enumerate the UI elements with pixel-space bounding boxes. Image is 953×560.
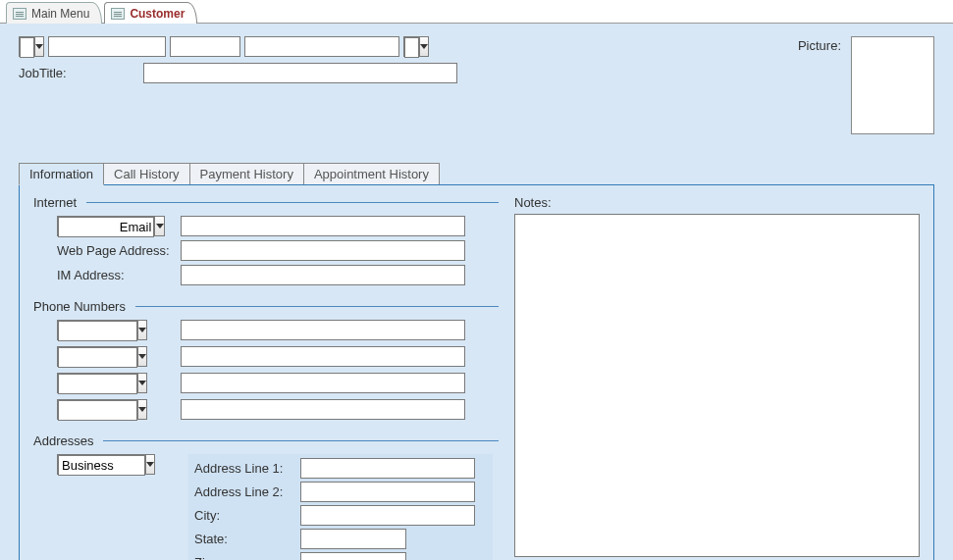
notes-textarea[interactable] [514,214,920,557]
tab-label: Appointment History [314,167,429,181]
phone-type-dropdown-button[interactable] [137,374,146,392]
email-type-dropdown-button[interactable] [154,217,164,235]
document-tab-strip: Main Menu Customer [0,0,953,24]
address-type-dropdown-button[interactable] [145,455,154,474]
job-title-input[interactable] [143,63,457,83]
doc-tab-label: Main Menu [31,7,89,21]
info-right-column: Notes: [508,185,933,560]
state-label: State: [194,532,300,546]
phone-value-input-4[interactable] [181,399,465,420]
address-line2-input[interactable] [300,482,475,502]
tab-page-information: Internet Web Page Address: [19,184,934,560]
suffix-combo[interactable] [403,36,429,57]
header-row: JobTitle: Picture: [19,36,934,134]
email-type-combo[interactable] [57,216,165,236]
chevron-down-icon [35,44,43,49]
tab-label: Call History [114,167,179,181]
form-icon [111,8,125,20]
im-address-input[interactable] [181,265,465,285]
chevron-down-icon [138,354,146,359]
divider [86,202,499,203]
chevron-down-icon [420,44,428,49]
city-label: City: [194,508,300,523]
form-icon [13,8,26,20]
phone-value-input-2[interactable] [181,346,465,367]
suffix-input[interactable] [404,37,419,58]
phone-row [33,399,499,420]
phone-row [33,346,499,367]
phone-type-combo-3[interactable] [57,373,147,393]
internet-group-header: Internet [33,195,499,210]
phone-row [33,373,499,393]
im-address-label: IM Address: [33,268,181,282]
web-page-label: Web Page Address: [33,243,181,258]
last-name-input[interactable] [244,36,399,57]
chevron-down-icon [156,224,164,229]
email-type-input[interactable] [58,217,154,237]
detail-tab-strip: Information Call History Payment History… [19,162,934,184]
info-left-column: Internet Web Page Address: [20,185,508,560]
phone-type-input[interactable] [58,321,137,341]
chevron-down-icon [146,462,154,467]
city-input[interactable] [300,505,475,526]
suffix-dropdown-button[interactable] [419,37,428,56]
address-group-header: Addresses [33,433,499,448]
prefix-combo[interactable] [19,36,44,57]
chevron-down-icon [138,407,146,412]
phone-type-combo-1[interactable] [57,320,147,340]
internet-heading: Internet [33,195,77,210]
tab-call-history[interactable]: Call History [104,163,189,185]
phone-group-header: Phone Numbers [33,299,499,314]
tab-payment-history[interactable]: Payment History [190,163,304,185]
phone-type-input[interactable] [58,347,137,368]
phone-type-dropdown-button[interactable] [137,321,146,339]
phone-row [33,320,499,340]
address-detail-block: Address Line 1: Address Line 2: City: [188,454,493,560]
prefix-input[interactable] [20,37,34,58]
phone-heading: Phone Numbers [33,299,126,314]
phone-value-input-1[interactable] [181,320,465,340]
picture-box[interactable] [851,36,934,134]
prefix-dropdown-button[interactable] [34,37,43,56]
doc-tab-label: Customer [130,7,185,21]
divider [103,440,499,441]
phone-value-input-3[interactable] [181,373,465,393]
chevron-down-icon [138,328,146,332]
address-type-combo[interactable] [57,454,155,475]
doc-tab-main-menu[interactable]: Main Menu [6,2,102,24]
phone-type-input[interactable] [58,374,137,394]
doc-tab-customer[interactable]: Customer [104,2,197,24]
phone-type-combo-4[interactable] [57,399,147,420]
web-page-input[interactable] [181,240,465,261]
middle-initial-input[interactable] [170,36,240,57]
tab-label: Payment History [200,167,293,181]
customer-form: JobTitle: Picture: Information Call Hist… [0,24,953,560]
address-type-input[interactable] [58,455,145,476]
address-line2-label: Address Line 2: [194,484,300,499]
phone-type-input[interactable] [58,400,137,421]
phone-type-combo-2[interactable] [57,346,147,367]
tab-label: Information [29,167,93,181]
state-input[interactable] [300,529,406,549]
tab-appointment-history[interactable]: Appointment History [304,163,440,185]
address-line1-input[interactable] [300,458,475,479]
email-input[interactable] [181,216,465,236]
chevron-down-icon [138,381,146,385]
notes-label: Notes: [514,195,920,210]
picture-label: Picture: [798,36,841,53]
tab-information[interactable]: Information [19,163,104,185]
picture-block: Picture: [798,36,934,134]
job-title-label: JobTitle: [19,66,143,80]
zip-label: Zip: [194,555,300,560]
zip-input[interactable] [300,552,406,560]
name-block: JobTitle: [19,36,480,83]
first-name-input[interactable] [48,36,166,57]
detail-tab-control: Information Call History Payment History… [19,162,934,560]
address-heading: Addresses [33,433,93,448]
divider [135,306,499,307]
address-line1-label: Address Line 1: [194,461,300,476]
phone-type-dropdown-button[interactable] [137,400,146,419]
phone-type-dropdown-button[interactable] [137,347,146,366]
